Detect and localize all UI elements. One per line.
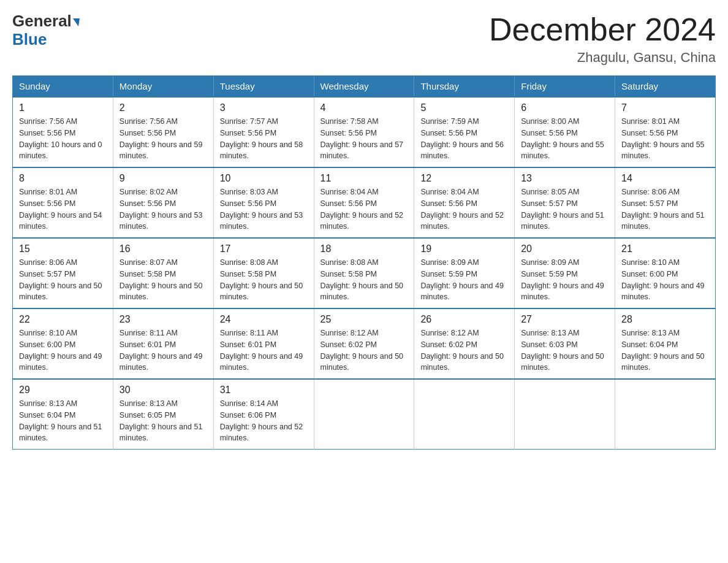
day-number: 5 (420, 102, 508, 113)
day-number: 23 (119, 314, 207, 325)
table-row: 5 Sunrise: 7:59 AMSunset: 5:56 PMDayligh… (414, 97, 515, 167)
table-row: 3 Sunrise: 7:57 AMSunset: 5:56 PMDayligh… (213, 97, 314, 167)
location-text: Zhagulu, Gansu, China (489, 50, 716, 66)
col-sunday: Sunday (13, 76, 113, 98)
day-info: Sunrise: 8:12 AMSunset: 6:02 PMDaylight:… (420, 327, 508, 373)
day-info: Sunrise: 8:08 AMSunset: 5:58 PMDaylight:… (220, 257, 308, 303)
table-row: 11 Sunrise: 8:04 AMSunset: 5:56 PMDaylig… (314, 167, 414, 238)
day-number: 10 (220, 173, 308, 184)
table-row: 17 Sunrise: 8:08 AMSunset: 5:58 PMDaylig… (213, 238, 314, 308)
calendar-table: Sunday Monday Tuesday Wednesday Thursday… (12, 75, 716, 450)
table-row: 21 Sunrise: 8:10 AMSunset: 6:00 PMDaylig… (615, 238, 716, 308)
table-row: 8 Sunrise: 8:01 AMSunset: 5:56 PMDayligh… (13, 167, 113, 238)
table-row (414, 379, 515, 450)
day-info: Sunrise: 8:11 AMSunset: 6:01 PMDaylight:… (119, 327, 207, 373)
day-info: Sunrise: 8:06 AMSunset: 5:57 PMDaylight:… (621, 186, 709, 232)
day-info: Sunrise: 8:03 AMSunset: 5:56 PMDaylight:… (220, 186, 308, 232)
month-title: December 2024 (489, 12, 716, 47)
day-number: 19 (420, 243, 508, 255)
day-info: Sunrise: 8:07 AMSunset: 5:58 PMDaylight:… (119, 257, 207, 303)
calendar-header-row: Sunday Monday Tuesday Wednesday Thursday… (13, 76, 716, 98)
day-info: Sunrise: 8:08 AMSunset: 5:58 PMDaylight:… (320, 257, 408, 303)
day-number: 13 (521, 173, 609, 184)
table-row: 30 Sunrise: 8:13 AMSunset: 6:05 PMDaylig… (113, 379, 213, 450)
day-info: Sunrise: 8:01 AMSunset: 5:56 PMDaylight:… (621, 116, 709, 162)
day-number: 11 (320, 173, 408, 184)
day-number: 26 (420, 314, 508, 325)
table-row: 23 Sunrise: 8:11 AMSunset: 6:01 PMDaylig… (113, 308, 213, 379)
day-info: Sunrise: 8:02 AMSunset: 5:56 PMDaylight:… (119, 186, 207, 232)
logo: General Blue (12, 12, 80, 49)
table-row: 26 Sunrise: 8:12 AMSunset: 6:02 PMDaylig… (414, 308, 515, 379)
day-info: Sunrise: 7:56 AMSunset: 5:56 PMDaylight:… (19, 116, 107, 162)
day-number: 7 (621, 102, 709, 113)
day-info: Sunrise: 8:05 AMSunset: 5:57 PMDaylight:… (521, 186, 609, 232)
col-thursday: Thursday (414, 76, 515, 98)
table-row: 31 Sunrise: 8:14 AMSunset: 6:06 PMDaylig… (213, 379, 314, 450)
day-number: 22 (19, 314, 107, 325)
day-number: 20 (521, 243, 609, 255)
day-number: 27 (521, 314, 609, 325)
day-number: 30 (119, 385, 207, 396)
table-row: 12 Sunrise: 8:04 AMSunset: 5:56 PMDaylig… (414, 167, 515, 238)
day-number: 12 (420, 173, 508, 184)
table-row: 10 Sunrise: 8:03 AMSunset: 5:56 PMDaylig… (213, 167, 314, 238)
day-info: Sunrise: 8:13 AMSunset: 6:04 PMDaylight:… (19, 398, 107, 444)
table-row (515, 379, 615, 450)
table-row: 14 Sunrise: 8:06 AMSunset: 5:57 PMDaylig… (615, 167, 716, 238)
day-number: 17 (220, 243, 308, 255)
table-row: 20 Sunrise: 8:09 AMSunset: 5:59 PMDaylig… (515, 238, 615, 308)
table-row: 9 Sunrise: 8:02 AMSunset: 5:56 PMDayligh… (113, 167, 213, 238)
day-info: Sunrise: 8:06 AMSunset: 5:57 PMDaylight:… (19, 257, 107, 303)
day-info: Sunrise: 7:59 AMSunset: 5:56 PMDaylight:… (420, 116, 508, 162)
day-number: 2 (119, 102, 207, 113)
day-number: 8 (19, 173, 107, 184)
day-info: Sunrise: 8:13 AMSunset: 6:05 PMDaylight:… (119, 398, 207, 444)
day-number: 14 (621, 173, 709, 184)
day-info: Sunrise: 8:04 AMSunset: 5:56 PMDaylight:… (320, 186, 408, 232)
day-number: 15 (19, 243, 107, 255)
calendar-week-row: 8 Sunrise: 8:01 AMSunset: 5:56 PMDayligh… (13, 167, 716, 238)
day-info: Sunrise: 8:11 AMSunset: 6:01 PMDaylight:… (220, 327, 308, 373)
title-block: December 2024 Zhagulu, Gansu, China (489, 12, 716, 66)
day-info: Sunrise: 8:13 AMSunset: 6:04 PMDaylight:… (621, 327, 709, 373)
calendar-week-row: 15 Sunrise: 8:06 AMSunset: 5:57 PMDaylig… (13, 238, 716, 308)
day-info: Sunrise: 8:14 AMSunset: 6:06 PMDaylight:… (220, 398, 308, 444)
table-row: 16 Sunrise: 8:07 AMSunset: 5:58 PMDaylig… (113, 238, 213, 308)
table-row: 15 Sunrise: 8:06 AMSunset: 5:57 PMDaylig… (13, 238, 113, 308)
day-info: Sunrise: 8:01 AMSunset: 5:56 PMDaylight:… (19, 186, 107, 232)
day-number: 29 (19, 385, 107, 396)
logo-line1: General (12, 12, 80, 30)
col-saturday: Saturday (615, 76, 716, 98)
table-row: 6 Sunrise: 8:00 AMSunset: 5:56 PMDayligh… (515, 97, 615, 167)
col-friday: Friday (515, 76, 615, 98)
day-number: 28 (621, 314, 709, 325)
calendar-week-row: 1 Sunrise: 7:56 AMSunset: 5:56 PMDayligh… (13, 97, 716, 167)
day-number: 21 (621, 243, 709, 255)
table-row: 24 Sunrise: 8:11 AMSunset: 6:01 PMDaylig… (213, 308, 314, 379)
day-info: Sunrise: 7:56 AMSunset: 5:56 PMDaylight:… (119, 116, 207, 162)
day-info: Sunrise: 8:12 AMSunset: 6:02 PMDaylight:… (320, 327, 408, 373)
table-row: 2 Sunrise: 7:56 AMSunset: 5:56 PMDayligh… (113, 97, 213, 167)
day-info: Sunrise: 8:04 AMSunset: 5:56 PMDaylight:… (420, 186, 508, 232)
day-number: 16 (119, 243, 207, 255)
table-row: 19 Sunrise: 8:09 AMSunset: 5:59 PMDaylig… (414, 238, 515, 308)
day-info: Sunrise: 8:10 AMSunset: 6:00 PMDaylight:… (621, 257, 709, 303)
table-row: 7 Sunrise: 8:01 AMSunset: 5:56 PMDayligh… (615, 97, 716, 167)
day-info: Sunrise: 7:58 AMSunset: 5:56 PMDaylight:… (320, 116, 408, 162)
day-number: 4 (320, 102, 408, 113)
calendar-week-row: 29 Sunrise: 8:13 AMSunset: 6:04 PMDaylig… (13, 379, 716, 450)
day-number: 6 (521, 102, 609, 113)
day-info: Sunrise: 8:13 AMSunset: 6:03 PMDaylight:… (521, 327, 609, 373)
page-header: General Blue December 2024 Zhagulu, Gans… (12, 12, 716, 66)
day-number: 25 (320, 314, 408, 325)
table-row: 22 Sunrise: 8:10 AMSunset: 6:00 PMDaylig… (13, 308, 113, 379)
table-row: 28 Sunrise: 8:13 AMSunset: 6:04 PMDaylig… (615, 308, 716, 379)
day-number: 1 (19, 102, 107, 113)
day-number: 9 (119, 173, 207, 184)
col-wednesday: Wednesday (314, 76, 414, 98)
table-row: 29 Sunrise: 8:13 AMSunset: 6:04 PMDaylig… (13, 379, 113, 450)
table-row: 1 Sunrise: 7:56 AMSunset: 5:56 PMDayligh… (13, 97, 113, 167)
table-row (615, 379, 716, 450)
day-info: Sunrise: 8:09 AMSunset: 5:59 PMDaylight:… (420, 257, 508, 303)
